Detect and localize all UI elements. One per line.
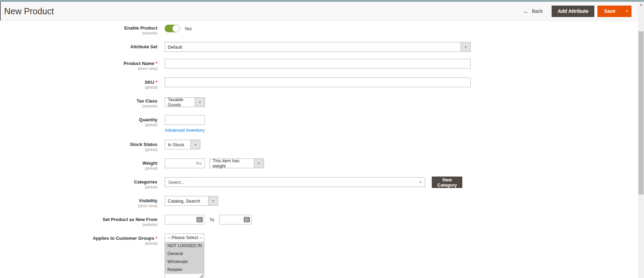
customer-groups-multiselect[interactable]: -- Please Select -- NOT LOGGED IN Genera… bbox=[165, 234, 204, 278]
product-name-scope: [store view] bbox=[0, 66, 157, 71]
enable-product-toggle-label: Yes bbox=[184, 26, 192, 31]
stock-status-value: In Stock bbox=[165, 140, 190, 149]
customer-group-option[interactable]: General bbox=[165, 250, 204, 258]
visibility-label: Visibility bbox=[0, 198, 157, 203]
visibility-value: Catalog, Search bbox=[165, 196, 208, 205]
tax-class-arrow-button[interactable]: ▼ bbox=[195, 98, 205, 107]
back-button-label: Back bbox=[532, 8, 543, 14]
field-row-quantity: Quantity [global] Advanced Inventory bbox=[0, 115, 638, 133]
required-indicator: * bbox=[156, 80, 157, 85]
field-row-tax-class: Tax Class [website] Taxable Goods ▼ bbox=[0, 96, 638, 108]
field-row-stock-status: Stock Status [global] In Stock ▼ bbox=[0, 140, 638, 152]
caret-down-icon: ▼ bbox=[626, 10, 628, 13]
calendar-icon[interactable] bbox=[244, 216, 250, 224]
caret-down-icon: ▼ bbox=[419, 181, 422, 183]
scroll-up-arrow-icon[interactable]: ▲ bbox=[638, 2, 644, 8]
page-title: New Product bbox=[4, 6, 54, 16]
caret-down-icon: ▼ bbox=[464, 46, 467, 48]
categories-scope: [global] bbox=[0, 185, 157, 189]
tax-class-label: Tax Class bbox=[0, 98, 157, 104]
back-arrow-icon: ← bbox=[523, 8, 529, 14]
weight-type-arrow-button[interactable]: ▼ bbox=[254, 159, 264, 168]
weight-type-value: This item has weight bbox=[210, 159, 254, 168]
required-indicator: * bbox=[156, 236, 157, 241]
caret-down-icon: ▼ bbox=[199, 101, 201, 104]
customer-group-option[interactable]: NOT LOGGED IN bbox=[165, 242, 204, 250]
page-header: New Product ← Back Add Attribute Save ▼ bbox=[0, 2, 638, 21]
new-category-button[interactable]: New Category bbox=[432, 177, 462, 188]
enable-product-toggle[interactable] bbox=[165, 25, 180, 32]
sku-input[interactable] bbox=[165, 77, 471, 87]
weight-label: Weight bbox=[0, 161, 157, 166]
field-row-visibility: Visibility [store view] Catalog, Search … bbox=[0, 196, 638, 208]
customer-group-option-placeholder[interactable]: -- Please Select -- bbox=[165, 234, 204, 242]
weight-scope: [global] bbox=[0, 166, 157, 170]
caret-down-icon: ▼ bbox=[258, 162, 260, 165]
field-row-enable-product: Enable Product [website] Yes bbox=[0, 23, 638, 35]
header-actions: ← Back Add Attribute Save ▼ bbox=[523, 6, 631, 17]
categories-select[interactable]: Select... ▼ bbox=[165, 177, 425, 187]
visibility-arrow-button[interactable]: ▼ bbox=[208, 196, 218, 205]
tax-class-scope: [website] bbox=[0, 104, 157, 108]
tax-class-select[interactable]: Taxable Goods ▼ bbox=[165, 97, 205, 107]
attribute-set-arrow-button[interactable]: ▼ bbox=[461, 42, 470, 51]
required-indicator: * bbox=[156, 61, 157, 66]
scrollbar-thumb[interactable] bbox=[638, 31, 644, 195]
product-name-input[interactable] bbox=[165, 59, 471, 68]
field-row-set-product-new: Set Product as New From [website] bbox=[0, 215, 638, 227]
stock-status-select[interactable]: In Stock ▼ bbox=[165, 140, 200, 149]
vertical-scrollbar[interactable]: ▲ bbox=[638, 2, 644, 278]
customer-groups-scope: [global] bbox=[0, 241, 157, 245]
field-row-sku: SKU* [global] bbox=[0, 77, 638, 89]
save-dropdown-toggle[interactable]: ▼ bbox=[622, 6, 631, 17]
quantity-input[interactable] bbox=[165, 115, 205, 125]
tax-class-value: Taxable Goods bbox=[165, 98, 195, 107]
page: New Product ← Back Add Attribute Save ▼ … bbox=[0, 2, 638, 278]
back-button[interactable]: ← Back bbox=[523, 8, 543, 14]
set-new-label: Set Product as New From bbox=[0, 217, 157, 222]
field-row-product-name: Product Name* [store view] bbox=[0, 59, 638, 71]
advanced-inventory-link[interactable]: Advanced Inventory bbox=[165, 128, 205, 133]
weight-unit-suffix: lbs bbox=[196, 161, 202, 166]
product-name-label: Product Name* bbox=[0, 61, 157, 66]
attribute-set-value: Default bbox=[165, 42, 461, 51]
quantity-scope: [global] bbox=[0, 123, 157, 127]
calendar-icon[interactable] bbox=[197, 216, 203, 224]
product-form: Enable Product [website] Yes Attribute S… bbox=[0, 21, 638, 278]
left-edge-divider bbox=[0, 2, 1, 21]
stock-status-label: Stock Status bbox=[0, 142, 157, 147]
sku-label: SKU* bbox=[0, 80, 157, 85]
attribute-set-label: Attribute Set bbox=[0, 44, 157, 49]
quantity-label: Quantity bbox=[0, 117, 157, 122]
date-range-to-label: To bbox=[209, 217, 214, 222]
field-row-categories: Categories [global] Select... ▼ New Cate… bbox=[0, 177, 638, 189]
set-new-scope: [website] bbox=[0, 222, 157, 227]
field-row-customer-groups: Applies to Customer Groups* [global] -- … bbox=[0, 234, 638, 278]
caret-down-icon: ▼ bbox=[212, 200, 214, 202]
categories-label: Categories bbox=[0, 179, 157, 185]
visibility-scope: [store view] bbox=[0, 204, 157, 208]
stock-status-arrow-button[interactable]: ▼ bbox=[190, 140, 200, 149]
attribute-set-select[interactable]: Default ▼ bbox=[165, 42, 471, 52]
customer-group-option[interactable]: Wholesale bbox=[165, 258, 204, 266]
stock-status-scope: [global] bbox=[0, 147, 157, 152]
enable-product-scope: [website] bbox=[0, 31, 157, 35]
categories-placeholder: Select... bbox=[168, 180, 184, 185]
sku-scope: [global] bbox=[0, 85, 157, 89]
customer-group-option[interactable]: Retailer bbox=[165, 266, 204, 274]
caret-down-icon: ▼ bbox=[194, 144, 197, 146]
save-button[interactable]: Save bbox=[597, 6, 622, 17]
resize-grip-icon[interactable] bbox=[199, 273, 204, 278]
visibility-select[interactable]: Catalog, Search ▼ bbox=[165, 196, 218, 206]
weight-type-select[interactable]: This item has weight ▼ bbox=[209, 158, 264, 168]
field-row-attribute-set: Attribute Set Default ▼ bbox=[0, 42, 638, 52]
customer-groups-label: Applies to Customer Groups* bbox=[0, 236, 157, 241]
toggle-knob bbox=[172, 25, 180, 32]
field-row-weight: Weight [global] lbs This item has weight… bbox=[0, 158, 638, 170]
save-split-button: Save ▼ bbox=[597, 6, 631, 17]
add-attribute-button[interactable]: Add Attribute bbox=[552, 6, 594, 17]
enable-product-label: Enable Product bbox=[0, 25, 157, 31]
